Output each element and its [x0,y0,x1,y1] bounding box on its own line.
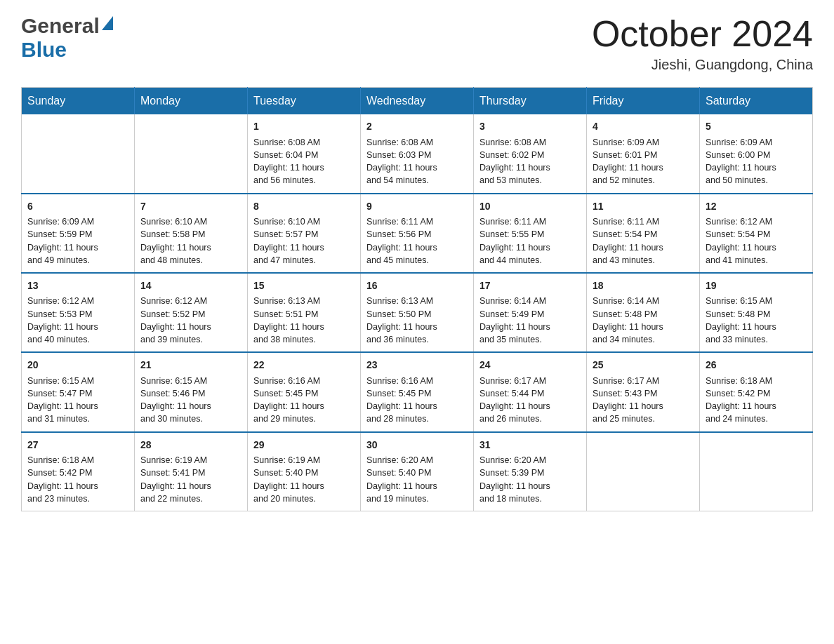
day-info: Sunrise: 6:09 AM Sunset: 5:59 PM Dayligh… [27,217,98,265]
calendar-cell: 3Sunrise: 6:08 AM Sunset: 6:02 PM Daylig… [474,114,587,193]
logo-triangle-icon [102,16,113,30]
logo-general-text: General [21,14,100,38]
day-info: Sunrise: 6:09 AM Sunset: 6:00 PM Dayligh… [706,137,776,186]
day-number: 14 [140,279,241,293]
calendar-cell: 5Sunrise: 6:09 AM Sunset: 6:00 PM Daylig… [700,114,813,193]
day-info: Sunrise: 6:15 AM Sunset: 5:48 PM Dayligh… [706,296,776,344]
day-number: 1 [253,120,355,134]
day-number: 21 [140,358,241,373]
calendar-cell: 9Sunrise: 6:11 AM Sunset: 5:56 PM Daylig… [361,194,474,273]
calendar-cell: 22Sunrise: 6:16 AM Sunset: 5:45 PM Dayli… [248,352,361,431]
calendar-cell: 10Sunrise: 6:11 AM Sunset: 5:55 PM Dayli… [474,194,587,273]
calendar-cell [22,114,135,193]
weekday-header-tuesday: Tuesday [248,88,361,115]
calendar-cell: 19Sunrise: 6:15 AM Sunset: 5:48 PM Dayli… [700,273,813,352]
day-info: Sunrise: 6:20 AM Sunset: 5:40 PM Dayligh… [366,455,437,504]
calendar-cell: 1Sunrise: 6:08 AM Sunset: 6:04 PM Daylig… [248,114,361,193]
calendar-cell: 13Sunrise: 6:12 AM Sunset: 5:53 PM Dayli… [22,273,135,352]
calendar-week-row: 13Sunrise: 6:12 AM Sunset: 5:53 PM Dayli… [22,273,813,352]
weekday-header-friday: Friday [587,88,700,115]
month-title: October 2024 [592,14,813,54]
day-number: 7 [140,200,241,214]
day-info: Sunrise: 6:12 AM Sunset: 5:52 PM Dayligh… [140,296,211,344]
day-number: 20 [27,358,128,373]
calendar-cell: 23Sunrise: 6:16 AM Sunset: 5:45 PM Dayli… [361,352,474,431]
day-number: 27 [27,438,128,452]
calendar-cell: 28Sunrise: 6:19 AM Sunset: 5:41 PM Dayli… [135,432,248,511]
calendar-cell [135,114,248,193]
day-number: 17 [479,279,581,293]
day-info: Sunrise: 6:15 AM Sunset: 5:47 PM Dayligh… [27,376,98,424]
calendar-cell: 29Sunrise: 6:19 AM Sunset: 5:40 PM Dayli… [248,432,361,511]
day-info: Sunrise: 6:09 AM Sunset: 6:01 PM Dayligh… [593,137,663,186]
day-info: Sunrise: 6:08 AM Sunset: 6:04 PM Dayligh… [253,137,324,186]
day-info: Sunrise: 6:18 AM Sunset: 5:42 PM Dayligh… [27,455,98,504]
day-number: 23 [366,358,468,373]
calendar-cell: 2Sunrise: 6:08 AM Sunset: 6:03 PM Daylig… [361,114,474,193]
calendar-week-row: 6Sunrise: 6:09 AM Sunset: 5:59 PM Daylig… [22,194,813,273]
calendar-cell: 4Sunrise: 6:09 AM Sunset: 6:01 PM Daylig… [587,114,700,193]
calendar-cell: 11Sunrise: 6:11 AM Sunset: 5:54 PM Dayli… [587,194,700,273]
weekday-header-monday: Monday [135,88,248,115]
calendar-week-row: 27Sunrise: 6:18 AM Sunset: 5:42 PM Dayli… [22,432,813,511]
day-number: 5 [706,120,807,134]
day-info: Sunrise: 6:16 AM Sunset: 5:45 PM Dayligh… [253,376,324,424]
day-number: 24 [479,358,581,373]
day-number: 26 [706,358,807,373]
day-info: Sunrise: 6:12 AM Sunset: 5:54 PM Dayligh… [706,217,776,265]
day-info: Sunrise: 6:10 AM Sunset: 5:57 PM Dayligh… [253,217,324,265]
day-number: 6 [27,200,128,214]
day-info: Sunrise: 6:08 AM Sunset: 6:02 PM Dayligh… [479,137,550,186]
calendar-cell: 20Sunrise: 6:15 AM Sunset: 5:47 PM Dayli… [22,352,135,431]
day-number: 13 [27,279,128,293]
day-info: Sunrise: 6:17 AM Sunset: 5:44 PM Dayligh… [479,376,550,424]
calendar-cell: 12Sunrise: 6:12 AM Sunset: 5:54 PM Dayli… [700,194,813,273]
day-info: Sunrise: 6:13 AM Sunset: 5:50 PM Dayligh… [366,296,437,344]
location-text: Jieshi, Guangdong, China [592,57,813,73]
calendar-cell: 24Sunrise: 6:17 AM Sunset: 5:44 PM Dayli… [474,352,587,431]
weekday-header-thursday: Thursday [474,88,587,115]
day-number: 9 [366,200,468,214]
weekday-header-sunday: Sunday [22,88,135,115]
calendar-week-row: 1Sunrise: 6:08 AM Sunset: 6:04 PM Daylig… [22,114,813,193]
day-info: Sunrise: 6:10 AM Sunset: 5:58 PM Dayligh… [140,217,211,265]
calendar-cell: 15Sunrise: 6:13 AM Sunset: 5:51 PM Dayli… [248,273,361,352]
calendar-cell [587,432,700,511]
day-number: 16 [366,279,468,293]
day-info: Sunrise: 6:19 AM Sunset: 5:40 PM Dayligh… [253,455,324,504]
day-number: 12 [706,200,807,214]
day-info: Sunrise: 6:14 AM Sunset: 5:49 PM Dayligh… [479,296,550,344]
calendar-cell: 8Sunrise: 6:10 AM Sunset: 5:57 PM Daylig… [248,194,361,273]
calendar-cell: 26Sunrise: 6:18 AM Sunset: 5:42 PM Dayli… [700,352,813,431]
day-number: 19 [706,279,807,293]
weekday-header-wednesday: Wednesday [361,88,474,115]
day-number: 30 [366,438,468,452]
calendar-cell: 25Sunrise: 6:17 AM Sunset: 5:43 PM Dayli… [587,352,700,431]
calendar-cell: 31Sunrise: 6:20 AM Sunset: 5:39 PM Dayli… [474,432,587,511]
title-block: October 2024 Jieshi, Guangdong, China [592,14,813,73]
logo-blue-text: Blue [21,38,67,62]
day-info: Sunrise: 6:13 AM Sunset: 5:51 PM Dayligh… [253,296,324,344]
calendar-cell [700,432,813,511]
day-info: Sunrise: 6:19 AM Sunset: 5:41 PM Dayligh… [140,455,211,504]
day-number: 22 [253,358,355,373]
day-number: 10 [479,200,581,214]
day-info: Sunrise: 6:11 AM Sunset: 5:56 PM Dayligh… [366,217,437,265]
day-info: Sunrise: 6:11 AM Sunset: 5:55 PM Dayligh… [479,217,550,265]
calendar-cell: 18Sunrise: 6:14 AM Sunset: 5:48 PM Dayli… [587,273,700,352]
day-info: Sunrise: 6:15 AM Sunset: 5:46 PM Dayligh… [140,376,211,424]
weekday-header-row: SundayMondayTuesdayWednesdayThursdayFrid… [22,88,813,115]
calendar-week-row: 20Sunrise: 6:15 AM Sunset: 5:47 PM Dayli… [22,352,813,431]
day-number: 18 [593,279,694,293]
day-number: 28 [140,438,241,452]
day-number: 29 [253,438,355,452]
day-info: Sunrise: 6:11 AM Sunset: 5:54 PM Dayligh… [593,217,663,265]
calendar-cell: 27Sunrise: 6:18 AM Sunset: 5:42 PM Dayli… [22,432,135,511]
calendar-cell: 17Sunrise: 6:14 AM Sunset: 5:49 PM Dayli… [474,273,587,352]
day-number: 31 [479,438,581,452]
page-header: General Blue October 2024 Jieshi, Guangd… [21,14,813,73]
calendar-cell: 21Sunrise: 6:15 AM Sunset: 5:46 PM Dayli… [135,352,248,431]
day-number: 25 [593,358,694,373]
day-info: Sunrise: 6:20 AM Sunset: 5:39 PM Dayligh… [479,455,550,504]
day-info: Sunrise: 6:08 AM Sunset: 6:03 PM Dayligh… [366,137,437,186]
